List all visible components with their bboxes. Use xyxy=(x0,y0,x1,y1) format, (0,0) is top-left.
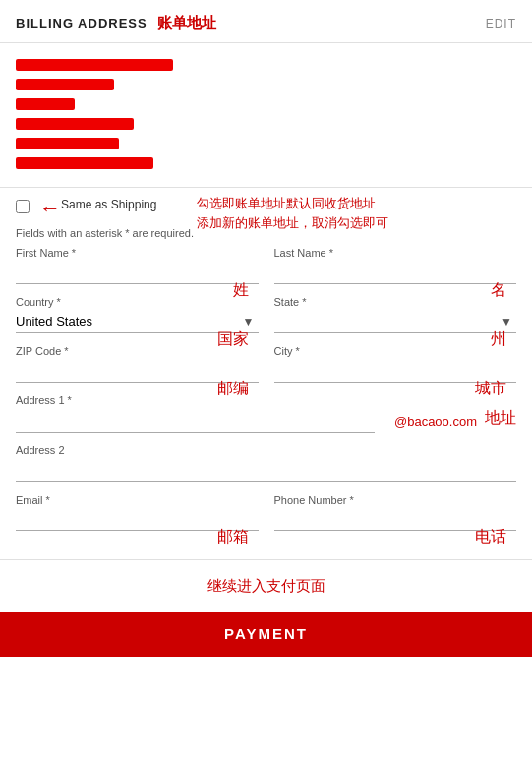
address1-group: Address 1 * @bacaoo.com 地址 xyxy=(16,394,516,433)
first-name-input[interactable] xyxy=(16,261,259,284)
arrow-icon: ← xyxy=(39,196,61,221)
address1-input[interactable] xyxy=(16,409,375,433)
state-group: State * ▼ 州 xyxy=(274,296,517,333)
zip-group: ZIP Code * 邮编 xyxy=(16,345,259,383)
last-name-group: Last Name * 名 xyxy=(274,247,517,284)
first-name-group: First Name * 姓 xyxy=(16,247,259,284)
country-label: Country * xyxy=(16,296,259,308)
country-state-row: Country * United States ▼ 国家 State * ▼ 州 xyxy=(16,296,516,345)
email-input[interactable] xyxy=(16,507,259,531)
annotation-line2: 添加新的账单地址，取消勾选即可 xyxy=(197,215,388,230)
address1-cn: 地址 xyxy=(485,408,516,429)
address2-group: Address 2 xyxy=(16,445,516,482)
zip-city-row: ZIP Code * 邮编 City * 城市 xyxy=(16,345,516,394)
annotation-line1: 勾选即账单地址默认同收货地址 xyxy=(197,196,376,210)
redacted-line-3 xyxy=(16,98,75,110)
address2-input[interactable] xyxy=(16,458,516,482)
page-container: BILLING ADDRESS 账单地址 EDIT ← Same as Ship… xyxy=(0,0,532,657)
last-name-label: Last Name * xyxy=(274,247,517,259)
city-group: City * 城市 xyxy=(274,345,517,383)
annotation-text: 勾选即账单地址默认同收货地址 添加新的账单地址，取消勾选即可 xyxy=(197,194,388,232)
address-block xyxy=(0,43,532,188)
continue-section: 继续进入支付页面 xyxy=(0,559,532,604)
first-name-label: First Name * xyxy=(16,247,259,259)
city-input[interactable] xyxy=(274,359,517,383)
email-phone-row: Email * 邮箱 Phone Number * 电话 xyxy=(16,494,516,543)
redacted-line-2 xyxy=(16,79,114,90)
phone-group: Phone Number * 电话 xyxy=(274,494,517,531)
edit-link[interactable]: EDIT xyxy=(486,17,516,30)
same-as-shipping-label[interactable]: Same as Shipping xyxy=(61,198,156,211)
state-label: State * xyxy=(274,296,517,308)
continue-text: 继续进入支付页面 xyxy=(207,577,325,594)
last-name-input[interactable] xyxy=(274,261,517,284)
billing-title-group: BILLING ADDRESS 账单地址 xyxy=(16,14,216,32)
zip-input[interactable] xyxy=(16,359,259,383)
state-select[interactable] xyxy=(274,310,517,333)
payment-button-label: PAYMENT xyxy=(224,625,308,642)
country-select[interactable]: United States xyxy=(16,310,259,333)
zip-label: ZIP Code * xyxy=(16,345,259,357)
same-as-shipping-checkbox[interactable] xyxy=(16,200,30,213)
country-group: Country * United States ▼ 国家 xyxy=(16,296,259,333)
address1-annotation: @bacaoo.com xyxy=(394,414,477,433)
email-group: Email * 邮箱 xyxy=(16,494,259,531)
redacted-line-6 xyxy=(16,157,153,169)
billing-header: BILLING ADDRESS 账单地址 EDIT xyxy=(0,0,532,43)
email-label: Email * xyxy=(16,494,259,505)
billing-title: BILLING ADDRESS xyxy=(16,16,148,30)
form-section: First Name * 姓 Last Name * 名 Country * xyxy=(0,241,532,559)
name-row: First Name * 姓 Last Name * 名 xyxy=(16,247,516,296)
city-label: City * xyxy=(274,345,517,357)
phone-input[interactable] xyxy=(274,507,517,531)
redacted-line-4 xyxy=(16,118,134,130)
redacted-line-5 xyxy=(16,138,119,149)
payment-button-container[interactable]: PAYMENT xyxy=(0,612,532,657)
billing-title-cn: 账单地址 xyxy=(157,14,216,30)
phone-label: Phone Number * xyxy=(274,494,517,505)
address1-label: Address 1 * xyxy=(16,394,516,406)
same-as-shipping-row: ← Same as Shipping 勾选即账单地址默认同收货地址 添加新的账单… xyxy=(0,188,532,221)
redacted-line-1 xyxy=(16,59,173,71)
address2-label: Address 2 xyxy=(16,445,516,456)
